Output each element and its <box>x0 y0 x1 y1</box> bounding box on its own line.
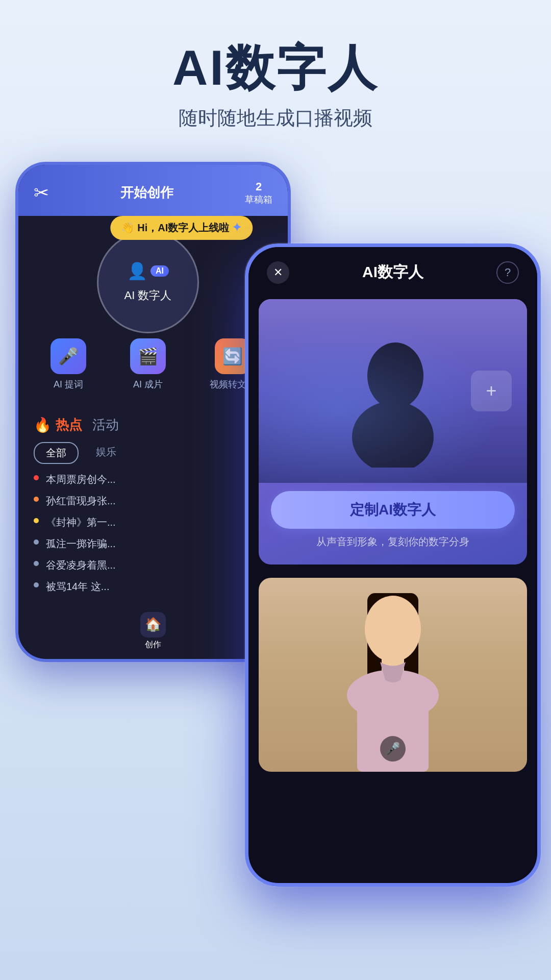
news-list: 本周票房创今... 孙红雷现身张... 《封神》第一... 孤注一掷诈骗... <box>34 472 272 594</box>
svg-point-3 <box>370 381 395 396</box>
news-text-3: 《封神》第一... <box>46 515 116 529</box>
notification-text: Hi，AI数字人上线啦 <box>137 221 229 235</box>
nav-home-icon: 🏠 <box>140 612 166 638</box>
news-text-5: 谷爱凌身着黑... <box>46 558 116 572</box>
front-title: AI数字人 <box>362 262 423 283</box>
ai-video-label: AI 成片 <box>133 378 163 390</box>
news-item-3[interactable]: 《封神》第一... <box>34 515 272 529</box>
news-item-6[interactable]: 被骂14年 这... <box>34 579 272 594</box>
news-item-2[interactable]: 孙红雷现身张... <box>34 494 272 508</box>
news-dot-4 <box>34 540 39 545</box>
feature-ai-video[interactable]: 🎬 AI 成片 <box>130 338 166 390</box>
news-item-1[interactable]: 本周票房创今... <box>34 472 272 486</box>
scissors-icon: ✂ <box>34 182 49 204</box>
silhouette-svg <box>342 314 444 468</box>
help-button[interactable]: ? <box>496 261 519 284</box>
sparkle-icon: ✦ <box>232 221 241 234</box>
phone-front: ✕ ? AI数字人 <box>245 243 541 887</box>
news-dot-2 <box>34 497 39 502</box>
hero-section: AI数字人 随时随地生成口播视频 <box>0 0 551 152</box>
person-silhouette: + <box>259 299 527 483</box>
hot-tabs: 🔥 热点 活动 <box>34 416 272 434</box>
news-dot-5 <box>34 561 39 566</box>
phone-front-inner: ✕ ? AI数字人 <box>248 247 537 883</box>
circle-menu-button[interactable]: 👤 AI AI 数字人 <box>97 231 199 333</box>
draft-count: 2 <box>245 180 272 193</box>
nav-create[interactable]: 🏠 创作 <box>140 612 166 650</box>
news-dot-3 <box>34 518 39 523</box>
start-create-button[interactable]: 开始创作 <box>120 184 173 202</box>
filter-all[interactable]: 全部 <box>34 442 79 464</box>
plus-icon[interactable]: + <box>471 371 512 411</box>
fire-icon: 🔥 <box>34 416 52 433</box>
hero-subtitle: 随时随地生成口播视频 <box>0 105 551 131</box>
draft-label: 草稿箱 <box>245 193 272 206</box>
filter-buttons: 全部 娱乐 <box>34 442 272 464</box>
hot-tab-label: 热点 <box>56 416 82 434</box>
feature-ai-prompt[interactable]: 🎤 AI 提词 <box>51 338 86 390</box>
news-text-2: 孙红雷现身张... <box>46 494 116 508</box>
news-dot-6 <box>34 582 39 587</box>
back-phone-header: ✂ 开始创作 2 草稿箱 <box>18 165 288 216</box>
news-text-4: 孤注一掷诈骗... <box>46 536 116 551</box>
silhouette-figure <box>342 314 444 468</box>
news-item-5[interactable]: 谷爱凌身着黑... <box>34 558 272 572</box>
card-bottom: 定制AI数字人 从声音到形象，复刻你的数字分身 <box>259 483 527 559</box>
nav-label: 创作 <box>145 640 161 650</box>
news-text-1: 本周票房创今... <box>46 472 116 486</box>
news-text-6: 被骂14年 这... <box>46 579 109 594</box>
news-dot-1 <box>34 475 39 480</box>
notification-emoji: 👋 <box>121 222 134 234</box>
person-icon: 👤 <box>127 261 147 281</box>
digital-person-card: + 定制AI数字人 从声音到形象，复刻你的数字分身 <box>259 299 527 565</box>
notification-popup: 👋 Hi，AI数字人上线啦 ✦ <box>110 216 253 240</box>
filter-entertainment[interactable]: 娱乐 <box>85 442 128 464</box>
svg-point-2 <box>367 342 423 409</box>
customize-button[interactable]: 定制AI数字人 <box>271 491 515 529</box>
person-photo-card: 🎤 <box>259 578 527 772</box>
mic-icon: 🎤 <box>380 736 406 762</box>
activity-tab[interactable]: 活动 <box>92 416 119 434</box>
hot-tab[interactable]: 🔥 热点 <box>34 416 82 434</box>
activity-tab-label: 活动 <box>92 417 119 432</box>
ai-video-icon: 🎬 <box>130 338 166 374</box>
draft-box[interactable]: 2 草稿箱 <box>245 180 272 206</box>
hero-title: AI数字人 <box>0 41 551 95</box>
front-header: ✕ ? AI数字人 <box>248 247 537 294</box>
circle-label: AI 数字人 <box>124 288 172 303</box>
close-button[interactable]: ✕ <box>267 261 289 284</box>
ai-prompt-label: AI 提词 <box>54 378 83 390</box>
svg-point-5 <box>365 596 421 662</box>
phones-container: ✂ 开始创作 2 草稿箱 👋 Hi，AI数字人上线啦 ✦ 👤 AI AI 数 <box>0 152 551 907</box>
card-description: 从声音到形象，复刻你的数字分身 <box>271 535 515 549</box>
news-item-4[interactable]: 孤注一掷诈骗... <box>34 536 272 551</box>
ai-prompt-icon: 🎤 <box>51 338 86 374</box>
person-photo-bg: 🎤 <box>259 578 527 772</box>
ai-badge: AI <box>151 265 169 277</box>
